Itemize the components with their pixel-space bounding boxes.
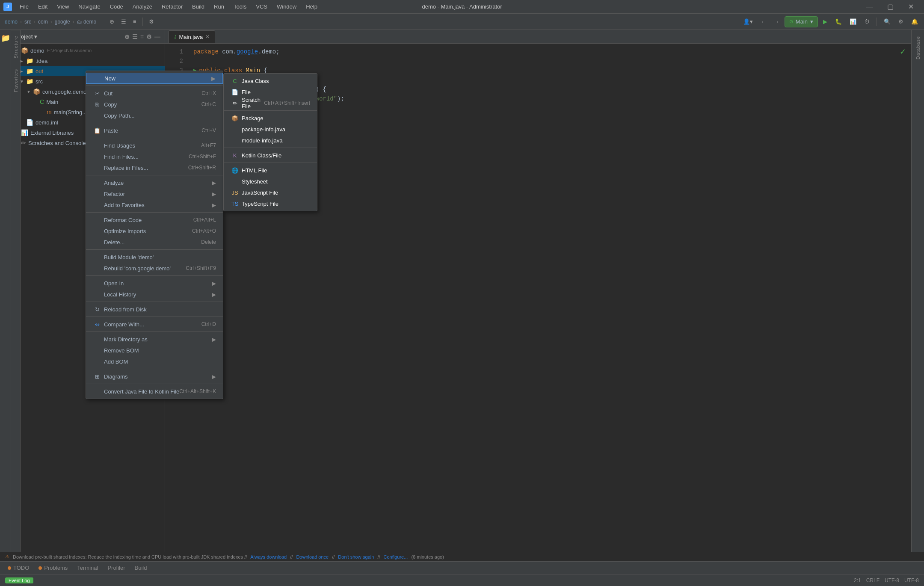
tree-item-idea[interactable]: ▶ 📁 .idea bbox=[11, 56, 165, 66]
cm-open-in[interactable]: Open In ▶ bbox=[86, 278, 223, 289]
debug-button[interactable]: 🐛 bbox=[832, 16, 844, 27]
event-log-btn[interactable]: Event Log bbox=[5, 577, 33, 583]
minimize-button[interactable]: — bbox=[860, 0, 880, 14]
cursor-position[interactable]: 2:1 bbox=[854, 577, 861, 583]
tab-close-btn[interactable]: ✕ bbox=[205, 34, 210, 40]
cm-build-module[interactable]: Build Module 'demo' bbox=[86, 252, 223, 263]
encoding[interactable]: UTF-8 bbox=[885, 577, 899, 583]
cm-find-usages[interactable]: Find Usages Alt+F7 bbox=[86, 140, 223, 151]
notification-always-download[interactable]: Always download bbox=[250, 554, 287, 559]
build-tab[interactable]: Build bbox=[130, 562, 151, 574]
toolbar-expand-btn[interactable]: ≡ bbox=[130, 16, 139, 27]
panel-icon-collapse[interactable]: ☰ bbox=[132, 33, 138, 40]
project-panel-btn[interactable]: 📁 bbox=[1, 30, 10, 46]
line-ending[interactable]: CRLF bbox=[866, 577, 880, 583]
cm-mark-directory[interactable]: Mark Directory as ▶ bbox=[86, 334, 223, 345]
panel-icon-expand[interactable]: ≡ bbox=[140, 33, 144, 40]
terminal-tab[interactable]: Terminal bbox=[73, 562, 102, 574]
notification-download-once[interactable]: Download once bbox=[296, 554, 329, 559]
profile-button[interactable]: ⏱ bbox=[862, 16, 872, 27]
context-menu-new[interactable]: New ▶ C Java Class 📄 File ✏ Scratch File… bbox=[86, 73, 223, 84]
cm-delete[interactable]: Delete... Delete bbox=[86, 237, 223, 248]
forward-btn[interactable]: → bbox=[771, 16, 782, 27]
menu-navigate[interactable]: Navigate bbox=[74, 2, 104, 12]
toolbar-minimize-btn[interactable]: — bbox=[158, 16, 169, 27]
new-scratch-file[interactable]: ✏ Scratch File Ctrl+Alt+Shift+Insert bbox=[224, 98, 317, 109]
cm-cut[interactable]: ✂ Cut Ctrl+X bbox=[86, 88, 223, 99]
new-typescript[interactable]: TS TypeScript File bbox=[224, 198, 317, 209]
cm-compare-with[interactable]: ⇔ Compare With... Ctrl+D bbox=[86, 319, 223, 330]
cm-refactor[interactable]: Refactor ▶ bbox=[86, 188, 223, 199]
cm-diagrams[interactable]: ⊞ Diagrams ▶ bbox=[86, 371, 223, 382]
notification-dont-show[interactable]: Don't show again bbox=[338, 554, 374, 559]
menu-file[interactable]: File bbox=[15, 2, 33, 12]
panel-icon-close[interactable]: — bbox=[154, 33, 160, 40]
menu-vcs[interactable]: VCS bbox=[252, 2, 272, 12]
menu-window[interactable]: Window bbox=[272, 2, 301, 12]
cm-add-bom[interactable]: Add BOM bbox=[86, 356, 223, 367]
cm-local-history[interactable]: Local History ▶ bbox=[86, 289, 223, 300]
new-kotlin-class[interactable]: K Kotlin Class/File bbox=[224, 150, 317, 161]
menu-build[interactable]: Build bbox=[188, 2, 209, 12]
breadcrumb-demo[interactable]: demo bbox=[5, 19, 18, 25]
cm-copy[interactable]: ⎘ Copy Ctrl+C bbox=[86, 99, 223, 110]
menu-edit[interactable]: Edit bbox=[34, 2, 52, 12]
cm-find-in-files[interactable]: Find in Files... Ctrl+Shift+F bbox=[86, 151, 223, 162]
new-package[interactable]: 📦 Package bbox=[224, 112, 317, 124]
new-module-info[interactable]: module-info.java bbox=[224, 135, 317, 146]
menu-view[interactable]: View bbox=[53, 2, 73, 12]
todo-tab[interactable]: TODO bbox=[3, 562, 33, 574]
breadcrumb-com[interactable]: com bbox=[38, 19, 48, 25]
run-config-selector[interactable]: ⊙ Main ▾ bbox=[785, 16, 818, 27]
menu-refactor[interactable]: Refactor bbox=[157, 2, 187, 12]
back-btn[interactable]: ← bbox=[758, 16, 769, 27]
breadcrumb-demo2[interactable]: 🗂 demo bbox=[77, 19, 96, 25]
editor-tab-main-java[interactable]: J Main.java ✕ bbox=[169, 30, 215, 43]
structure-tab[interactable]: Structure bbox=[11, 30, 20, 64]
panel-icon-sync[interactable]: ⊕ bbox=[124, 33, 130, 40]
new-stylesheet[interactable]: Stylesheet bbox=[224, 176, 317, 187]
problems-tab[interactable]: Problems bbox=[34, 562, 72, 574]
menu-code[interactable]: Code bbox=[106, 2, 127, 12]
new-file[interactable]: 📄 File bbox=[224, 86, 317, 98]
notifications-button[interactable]: 🔔 bbox=[909, 16, 921, 27]
cm-paste[interactable]: 📋 Paste Ctrl+V bbox=[86, 125, 223, 136]
new-html[interactable]: 🌐 HTML File bbox=[224, 165, 317, 176]
panel-icon-settings[interactable]: ⚙ bbox=[146, 33, 152, 40]
cm-remove-bom[interactable]: Remove BOM bbox=[86, 345, 223, 356]
new-java-class[interactable]: C Java Class bbox=[224, 75, 317, 86]
cm-replace-in-files[interactable]: Replace in Files... Ctrl+Shift+R bbox=[86, 162, 223, 173]
menu-run[interactable]: Run bbox=[210, 2, 228, 12]
menu-analyze[interactable]: Analyze bbox=[128, 2, 157, 12]
breadcrumb-src[interactable]: src bbox=[24, 19, 31, 25]
cm-convert-kotlin[interactable]: Convert Java File to Kotlin File Ctrl+Al… bbox=[86, 386, 223, 397]
profiler-tab[interactable]: Profiler bbox=[103, 562, 129, 574]
new-javascript[interactable]: JS JavaScript File bbox=[224, 187, 317, 198]
settings-button[interactable]: ⚙ bbox=[896, 16, 906, 27]
cm-add-favorites[interactable]: Add to Favorites ▶ bbox=[86, 199, 223, 210]
menu-help[interactable]: Help bbox=[302, 2, 322, 12]
database-tab[interactable]: Database bbox=[914, 32, 922, 64]
toolbar-collapse-btn[interactable]: ☰ bbox=[118, 16, 129, 27]
menu-tools[interactable]: Tools bbox=[229, 2, 251, 12]
toolbar-settings-btn[interactable]: ⚙ bbox=[146, 16, 157, 27]
maximize-button[interactable]: ▢ bbox=[880, 0, 900, 14]
coverage-button[interactable]: 📊 bbox=[847, 16, 859, 27]
notification-configure[interactable]: Configure... bbox=[384, 554, 408, 559]
user-btn[interactable]: 👤▾ bbox=[740, 16, 755, 27]
tree-item-demo-root[interactable]: ▼ 📦 demo E:\Project\Java\demo bbox=[11, 45, 165, 56]
search-button[interactable]: 🔍 bbox=[881, 16, 893, 27]
cm-reformat[interactable]: Reformat Code Ctrl+Alt+L bbox=[86, 214, 223, 225]
toolbar-sync-btn[interactable]: ⊕ bbox=[107, 16, 117, 27]
new-package-info[interactable]: package-info.java bbox=[224, 124, 317, 135]
cm-reload[interactable]: ↻ Reload from Disk bbox=[86, 304, 223, 315]
close-button[interactable]: ✕ bbox=[901, 0, 921, 14]
run-button[interactable]: ▶ bbox=[820, 16, 830, 27]
cm-optimize-imports[interactable]: Optimize Imports Ctrl+Alt+O bbox=[86, 225, 223, 237]
breadcrumb-google[interactable]: google bbox=[55, 19, 70, 25]
indent-info[interactable]: UTF-8 bbox=[904, 577, 919, 583]
cm-analyze[interactable]: Analyze ▶ bbox=[86, 177, 223, 188]
favorites-tab[interactable]: Favorites bbox=[11, 64, 20, 97]
cm-rebuild[interactable]: Rebuild 'com.google.demo' Ctrl+Shift+F9 bbox=[86, 263, 223, 274]
cm-copy-path[interactable]: Copy Path... bbox=[86, 110, 223, 121]
